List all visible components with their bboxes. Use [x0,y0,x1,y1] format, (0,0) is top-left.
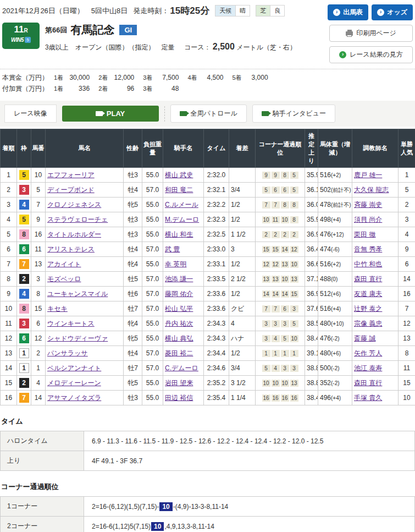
horse-link[interactable]: ウインキートス [47,320,95,327]
trainer-link[interactable]: 辻野 泰之 [354,305,382,312]
horse-link[interactable]: シャドウディーヴァ [47,334,108,342]
jockey-link[interactable]: 丹内 祐次 [165,320,193,327]
trainer-cell: 鹿戸 雄一 [352,168,399,183]
corner-cell: 34510 [256,331,305,346]
weather-badge: 天候晴 [215,5,250,17]
corner-position: 1 [272,350,280,357]
jockey-link[interactable]: M.デムーロ [165,216,199,223]
horse-link[interactable]: パンサラッサ [47,349,88,357]
prize-amount: 96 [109,85,134,92]
trainer-link[interactable]: 須貝 尚介 [354,216,382,223]
patrol-video-button[interactable]: 全周パトロール [170,105,247,123]
result-guide-button[interactable]: ›レース結果の見方 [329,46,413,63]
load-weight-cell: 55.0 [142,257,163,272]
main-prize-label: 本賞金（万円） [2,73,48,83]
trainer-link[interactable]: 栗田 徹 [354,231,375,238]
corner-cell: 1011108 [256,212,305,227]
race-video-label[interactable]: レース映像 [4,105,57,123]
jockey-link[interactable]: C.ルメール [165,201,198,209]
corner-position: 3 [290,365,298,372]
waku-cell: 2 [17,272,31,287]
horse-link[interactable]: アリストテレス [47,245,95,253]
odds-button[interactable]: ›オッズ [372,4,413,20]
trainer-link[interactable]: 音無 秀孝 [354,245,382,253]
horse-link[interactable]: ディープボンド [47,186,95,194]
horse-name-cell: キセキ [46,301,124,316]
jockey-cell: M.デムーロ [163,212,204,227]
load-weight-cell: 55.0 [142,316,163,331]
jockey-interview-button[interactable]: 騎手インタビュー [252,105,335,123]
corner-position: 1 [290,350,298,357]
jockey-link[interactable]: 菱田 裕二 [165,349,193,357]
course-label: コース： [184,43,211,51]
trainer-link[interactable]: 中竹 和也 [354,260,382,268]
rank-cell: 15 [1,376,17,391]
trainer-link[interactable]: 斉藤 崇史 [354,201,382,209]
corner-cell: 15151412 [256,242,305,257]
trainer-link[interactable]: 大久保 龍志 [354,186,389,194]
last3f-cell: 37.6 [305,301,318,316]
corner-position: 15 [290,290,298,298]
horse-link[interactable]: クロノジェネシス [47,201,101,209]
jockey-link[interactable]: C.デムーロ [165,364,198,372]
horse-link[interactable]: ステラヴェローチェ [47,216,108,223]
horse-link[interactable]: ユーキャンスマイル [47,290,108,298]
entries-button[interactable]: ›出馬表 [328,4,368,20]
prize-place: 5着 [233,74,242,81]
jockey-link[interactable]: 和田 竜二 [165,186,193,194]
jockey-link[interactable]: 横山 武史 [165,171,193,179]
jockey-link[interactable]: 田辺 裕信 [165,394,193,402]
corner-position: 6 [281,305,289,312]
time-cell: 2:32.0 [204,168,229,183]
trainer-link[interactable]: 矢作 芳人 [354,349,382,357]
margin-cell: 2 1/2 [229,272,256,287]
results-header-cell: 推定上り [305,129,318,168]
jockey-link[interactable]: 武 豊 [165,245,180,253]
jockey-link[interactable]: 横山 和生 [165,231,193,238]
print-page-button[interactable]: 印刷用ページ [329,25,413,42]
jockey-link[interactable]: 岩田 望来 [165,379,193,387]
corner-position: 2 [272,231,280,238]
trainer-link[interactable]: 友道 康夫 [354,290,382,298]
jockey-link[interactable]: 池添 謙一 [165,275,193,283]
last3f-cell: 37.1 [305,272,318,287]
waku-cell: 3 [17,316,31,331]
jockey-link[interactable]: 横山 典弘 [165,334,193,342]
sex-age-cell: 牝5 [124,198,142,212]
rank-cell: 4 [1,212,17,227]
trainer-link[interactable]: 森田 直行 [354,379,382,387]
popularity-cell: 7 [399,301,415,316]
time-cell: 2:34.3 [204,331,229,346]
result-row: 459ステラヴェローチェ牡355.0M.デムーロ2:32.31/21011108… [1,212,415,227]
prize-place: 1着 [54,85,63,92]
margin-cell: 1/2 [229,257,256,272]
play-button[interactable]: PLAY [62,106,159,122]
trainer-link[interactable]: 鹿戸 雄一 [354,171,382,179]
trainer-link[interactable]: 池江 泰寿 [354,364,382,372]
jockey-link[interactable]: 松山 弘平 [165,305,193,312]
popularity-cell: 10 [399,391,415,405]
horse-link[interactable]: メロディーレーン [47,379,101,387]
trainer-link[interactable]: 手塚 貴久 [354,394,382,402]
trainer-link[interactable]: 宗像 義忠 [354,320,382,327]
horse-link[interactable]: アサマノイタズラ [47,394,101,402]
conditions-text: 3歳以上 オープン（国際）（指定） 定量 [45,43,175,51]
body-weight-cell: 476(-2) [318,331,352,346]
sex-age-cell: 牡3 [124,212,142,227]
horse-link[interactable]: キセキ [47,305,68,312]
corner-position: 3 [272,320,280,327]
load-weight-cell: 55.0 [142,331,163,346]
horse-link[interactable]: タイトルホルダー [47,231,101,238]
jockey-link[interactable]: 幸 英明 [165,260,186,268]
waku-badge: 4 [19,289,29,299]
horse-link[interactable]: モズベッロ [47,275,81,283]
jockey-link[interactable]: 藤岡 佑介 [165,290,193,298]
horse-number-cell: 14 [31,391,46,405]
race-round: 第66回 [45,25,67,35]
trainer-link[interactable]: 森田 直行 [354,275,382,283]
horse-link[interactable]: アカイイト [47,260,81,268]
horse-link[interactable]: ペルシアンナイト [47,364,101,372]
trainer-cell: 中竹 和也 [352,257,399,272]
trainer-link[interactable]: 斎藤 誠 [354,334,375,342]
horse-link[interactable]: エフフォーリア [47,171,95,179]
